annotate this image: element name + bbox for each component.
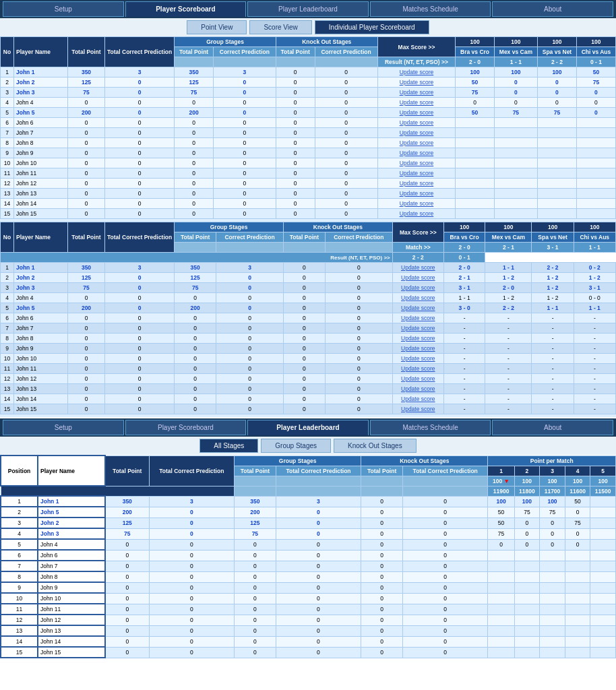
cell-update-score[interactable]: Update score [392,394,443,404]
cell-kocp: 0 [325,384,392,394]
cell-sc4: 75 [565,518,590,528]
cell-tcp: 0 [105,394,175,404]
cell-update-score[interactable]: Update score [377,108,456,118]
cell-update-score[interactable]: Update score [392,283,443,293]
cell-name: John 10 [38,593,105,604]
subtab-all-stages[interactable]: All Stages [199,439,258,453]
cell-gscp: 0 [213,118,276,128]
cell-tcp: 0 [149,636,235,647]
cell-update-score[interactable]: Update score [377,118,456,128]
cell-update-score[interactable]: Update score [377,77,456,88]
tab-about[interactable]: About [492,1,613,17]
cell-tp: 125 [68,77,105,88]
cell-update-score[interactable]: Update score [392,344,443,354]
table-row: 4 John 4 0 0 0 0 0 0 Update score 1 - 1 … [1,293,616,303]
t2-vs3: Spa vs Net [532,232,574,243]
cell-gscp: 0 [276,636,361,647]
cell-tcp: 3 [105,67,175,77]
cell-update-score[interactable]: Update score [377,199,456,209]
leaderboard-row: 1 John 1 350 3 350 3 0 0 100 100 100 50 [1,496,616,507]
subtab-group-stages[interactable]: Group Stages [261,439,331,453]
cell-update-score[interactable]: Update score [392,374,443,384]
cell-name: John 8 [38,571,105,582]
cell-sc1: - [443,394,485,404]
cell-name: John 3 [38,528,105,539]
cell-kotp: 0 [361,550,403,561]
subtab-score-view[interactable]: Score View [249,20,311,34]
cell-update-score[interactable]: Update score [392,303,443,313]
tab-setup[interactable]: Setup [3,1,124,17]
cell-update-score[interactable]: Update score [377,189,456,199]
cell-tcp: 0 [105,334,175,344]
tab-player-leaderboard[interactable]: Player Leaderboard [247,1,369,17]
cell-update-score[interactable]: Update score [392,334,443,344]
cell-kocp: 0 [315,168,377,179]
tab-matches-schedule[interactable]: Matches Schedule [370,1,491,17]
cell-update-score[interactable]: Update score [392,384,443,394]
cell-gstp: 75 [175,88,214,98]
cell-tcp: 0 [105,138,175,148]
cell-sc2 [514,593,540,604]
cell-tcp: 0 [105,158,175,168]
cell-kotp: 0 [276,209,315,219]
cell-update-score[interactable]: Update score [392,293,443,303]
tab2-player-leaderboard[interactable]: Player Leaderboard [247,420,369,435]
cell-update-score[interactable]: Update score [377,209,456,219]
tab2-matches-schedule[interactable]: Matches Schedule [370,420,491,435]
cell-sc3 [540,571,565,582]
cell-update-score[interactable]: Update score [392,273,443,283]
cell-sc5 [590,528,616,539]
cell-no: 6 [1,313,14,323]
cell-tp: 0 [68,128,105,138]
cell-gscp: 0 [216,293,284,303]
cell-update-score[interactable]: Update score [377,67,456,77]
cell-update-score[interactable]: Update score [392,263,443,273]
leaderboard-row: 15 John 15 0 0 0 0 0 0 [1,647,616,658]
cell-kocp: 0 [315,108,377,118]
tab-player-scoreboard[interactable]: Player Scoreboard [125,1,247,17]
cell-update-score[interactable]: Update score [392,323,443,334]
ldr-pos-col: Position [1,456,38,486]
cell-update-score[interactable]: Update score [377,138,456,148]
tab2-about[interactable]: About [492,420,613,435]
cell-sc5 [590,593,616,604]
cell-kotp: 0 [276,128,315,138]
cell-sc1 [456,118,494,128]
cell-kotp: 0 [276,158,315,168]
cell-name: John 11 [38,604,105,615]
cell-tp: 0 [68,344,105,354]
cell-update-score[interactable]: Update score [377,158,456,168]
cell-kotp: 0 [361,496,403,507]
cell-update-score[interactable]: Update score [377,128,456,138]
subtab-ko-stages[interactable]: Knock Out Stages [334,439,417,453]
table-row: 10 John 10 0 0 0 0 0 0 Update score - - … [1,354,616,364]
cell-sc1: - [443,384,485,394]
cell-update-score[interactable]: Update score [392,404,443,414]
tab2-player-scoreboard[interactable]: Player Scoreboard [125,420,247,435]
tab2-setup[interactable]: Setup [3,420,124,435]
subtab-individual-player[interactable]: Individual Player Scoreboard [315,20,429,34]
leaderboard-row: 6 John 6 0 0 0 0 0 0 [1,550,616,561]
cell-sc2 [494,118,537,128]
cell-tp: 0 [68,313,105,323]
cell-sc3: 75 [538,108,577,118]
cell-gscp: 0 [213,138,276,148]
cell-update-score[interactable]: Update score [392,354,443,364]
cell-update-score[interactable]: Update score [392,313,443,323]
cell-update-score[interactable]: Update score [377,98,456,108]
cell-gstp: 0 [235,561,276,571]
sub-tabs-ldr: All Stages Group Stages Knock Out Stages [0,437,616,455]
cell-update-score[interactable]: Update score [377,168,456,179]
cell-kocp: 0 [325,293,392,303]
cell-update-score[interactable]: Update score [392,364,443,374]
cell-update-score[interactable]: Update score [377,179,456,189]
cell-tp: 0 [105,636,149,647]
subtab-point-view[interactable]: Point View [187,20,247,34]
cell-update-score[interactable]: Update score [377,88,456,98]
cell-tcp: 0 [149,625,235,636]
cell-sc2: - [485,384,532,394]
cell-update-score[interactable]: Update score [377,148,456,158]
cell-sc1: - [443,354,485,364]
cell-kotp: 0 [283,323,325,334]
cell-tcp: 0 [105,323,175,334]
